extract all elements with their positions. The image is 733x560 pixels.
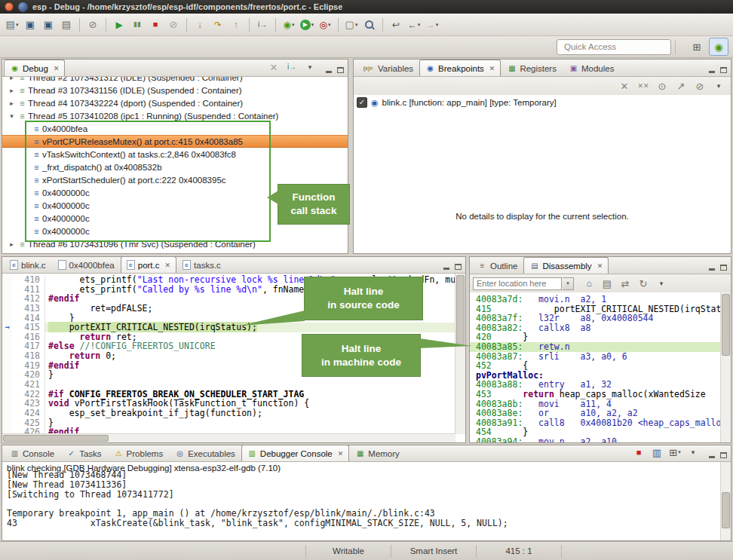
console-view-menu-button[interactable]: ▾ — [684, 443, 702, 461]
last-edit-location-button[interactable]: ↩ — [387, 16, 405, 34]
step-into-button[interactable]: ↓ — [191, 16, 209, 34]
scrollbar-thumb[interactable] — [3, 435, 109, 442]
debug-thread-row[interactable]: ▾≡Thread #5 1073410208 (ipc1 : Running) … — [2, 109, 348, 122]
expand-arrow-icon[interactable]: ▾ — [7, 112, 17, 120]
code-line[interactable]: 424 esp_set_breakpoint_if_jtag(function)… — [2, 409, 455, 418]
tab-breakpoints[interactable]: ◉Breakpoints✕ — [419, 60, 501, 76]
tab-debugger-console[interactable]: ▥Debugger Console✕ — [241, 445, 349, 461]
minimize-icon[interactable] — [707, 263, 716, 271]
location-input[interactable] — [473, 277, 562, 290]
maximize-icon[interactable] — [719, 66, 728, 73]
stack-frame-row[interactable]: ≡0x4000bfea — [2, 122, 348, 135]
maximize-icon[interactable] — [719, 263, 728, 271]
display-selected-console-button[interactable]: ▥ — [648, 443, 666, 461]
debug-perspective-button[interactable]: ◉ — [709, 38, 728, 56]
expand-arrow-icon[interactable]: ▸ — [7, 240, 17, 248]
bp-view-menu-button[interactable]: ▾ — [710, 77, 728, 95]
show-supported-breakpoints-button[interactable]: ⊙ — [653, 77, 671, 95]
minimize-icon[interactable] — [442, 262, 450, 270]
expand-arrow-icon[interactable]: ▸ — [7, 99, 17, 107]
back-button-dropdown-icon[interactable]: ▾ — [418, 22, 421, 28]
minimize-icon[interactable] — [324, 66, 333, 73]
scrollbar-thumb[interactable] — [722, 492, 730, 528]
terminate-console-button[interactable]: ■ — [630, 443, 648, 461]
new-wizard-button[interactable]: ▤▾ — [3, 16, 21, 34]
minimize-icon[interactable] — [707, 66, 716, 73]
goto-file-button[interactable]: ↗ — [672, 77, 690, 95]
stack-frame-row[interactable]: ≡vTaskSwitchContext() at tasks.c:2,846 0… — [2, 148, 348, 161]
tab-tasks[interactable]: ✓Tasks — [60, 445, 107, 461]
new-c-project-button[interactable]: ▢▾ — [342, 16, 360, 34]
external-tools-button[interactable]: ◎▾ — [316, 16, 334, 34]
expand-arrow-icon[interactable]: ▸ — [7, 87, 17, 94]
debug-thread-row[interactable]: ▸≡Thread #2 1073431312 (IDLE) (Suspended… — [2, 77, 348, 84]
forward-button-dropdown-icon[interactable]: ▾ — [436, 22, 439, 28]
breakpoint-checkbox[interactable]: ✓ — [357, 97, 367, 108]
tab-variables[interactable]: (x)=Variables — [355, 60, 419, 76]
remove-breakpoint-button[interactable]: ✕ — [615, 77, 633, 95]
stack-frame-row[interactable]: ≡vPortCPUReleaseMutex() at port.c:415 0x… — [2, 135, 348, 148]
tab-disassembly[interactable]: ▤Disassembly✕ — [523, 257, 609, 274]
close-tab-icon[interactable]: ✕ — [489, 65, 495, 72]
show-source-button[interactable]: ▤ — [598, 274, 616, 292]
disassembly-line[interactable]: 40083a94: mov.n a2, a10 — [470, 437, 721, 442]
open-console-button-dropdown-icon[interactable]: ▾ — [678, 449, 681, 455]
tab-modules[interactable]: ▣Modules — [563, 60, 620, 76]
new-wizard-button-dropdown-icon[interactable]: ▾ — [16, 22, 19, 28]
search-button[interactable] — [360, 16, 379, 34]
scrollbar-thumb[interactable] — [456, 275, 465, 346]
disassembly-vertical-scrollbar[interactable] — [720, 292, 731, 442]
resume-button[interactable]: ▶ — [110, 16, 128, 34]
stack-frame-row[interactable]: ≡_frxt_dispatch() at 0x4008532b — [2, 161, 348, 173]
step-over-button[interactable]: ↷ — [209, 16, 227, 34]
minimize-icon[interactable] — [707, 451, 716, 458]
step-return-button[interactable]: ↑ — [227, 16, 245, 34]
home-button[interactable]: ⌂ — [580, 274, 598, 292]
tab-blink-c[interactable]: cblink.c — [4, 256, 52, 273]
tab-outline[interactable]: ≡Outline — [471, 257, 523, 274]
maximize-icon[interactable] — [454, 262, 462, 270]
external-tools-button-dropdown-icon[interactable]: ▾ — [328, 22, 331, 28]
tab-executables[interactable]: ◎Executables — [169, 445, 241, 461]
stack-frame-row[interactable]: ≡0x4000000c — [2, 225, 348, 237]
tab-0x4000bfea[interactable]: 0x4000bfea — [52, 256, 121, 273]
run-button[interactable]: ▶▾ — [298, 16, 316, 34]
expand-arrow-icon[interactable]: ▸ — [7, 77, 17, 81]
disconnect-button[interactable]: ⊘ — [164, 16, 182, 34]
debug-button-dropdown-icon[interactable]: ▾ — [292, 22, 295, 28]
editor-vertical-scrollbar[interactable] — [455, 274, 465, 434]
disasm-view-menu-button[interactable]: ▾ — [652, 274, 670, 292]
debug-thread-row[interactable]: ▸≡Thread #3 1073431156 (IDLE) (Suspended… — [2, 84, 348, 96]
run-button-dropdown-icon[interactable]: ▾ — [311, 22, 314, 28]
tab-port-c[interactable]: cport.c✕ — [121, 256, 176, 273]
console-output-area[interactable]: blink checking [GDB Hardware Debugging] … — [2, 462, 731, 540]
open-perspective-button[interactable]: ⊞ — [687, 38, 707, 56]
tab-memory[interactable]: ▦Memory — [349, 445, 406, 461]
close-tab-icon[interactable]: ✕ — [165, 262, 171, 269]
tab-tasks-c[interactable]: ctasks.c — [176, 256, 227, 273]
skip-breakpoints-button[interactable]: ⊘ — [691, 77, 709, 95]
tab-registers[interactable]: ▦Registers — [501, 60, 563, 76]
close-tab-icon[interactable]: ✕ — [54, 65, 60, 72]
remove-all-breakpoints-button[interactable]: ✕✕ — [634, 77, 652, 95]
maximize-icon[interactable] — [719, 451, 728, 458]
save-all-button[interactable]: ▣ — [39, 16, 57, 34]
new-c-project-button-dropdown-icon[interactable]: ▾ — [355, 22, 358, 28]
window-close-button[interactable] — [5, 2, 14, 11]
tab-problems[interactable]: ⚠Problems — [108, 445, 170, 461]
editor-horizontal-scrollbar[interactable] — [2, 433, 455, 442]
location-dropdown-icon[interactable]: ▾ — [563, 277, 574, 290]
instruction-stepping-button[interactable]: i→ — [253, 16, 271, 34]
back-button[interactable]: ←▾ — [405, 16, 423, 34]
suspend-button[interactable]: ▮▮ — [128, 16, 146, 34]
tab-console[interactable]: ▥Console — [4, 445, 60, 461]
debug-thread-row[interactable]: ▸≡Thread #6 1073431096 (Tmr Svc) (Suspen… — [2, 237, 348, 250]
view-instruction-stepping-button[interactable]: i→ — [283, 58, 301, 76]
breakpoint-list-item[interactable]: ✓ ◉ blink.c [function: app_main] [type: … — [354, 95, 731, 110]
quick-access-box[interactable]: Quick Access — [557, 39, 671, 55]
remove-all-terminated-button[interactable]: ✕ — [265, 58, 283, 76]
open-console-button[interactable]: ⊞▾ — [666, 443, 684, 461]
refresh-view-button[interactable]: ↻ — [634, 274, 652, 292]
forward-button[interactable]: →▾ — [423, 16, 441, 34]
view-menu-button[interactable]: ▾ — [301, 58, 319, 76]
